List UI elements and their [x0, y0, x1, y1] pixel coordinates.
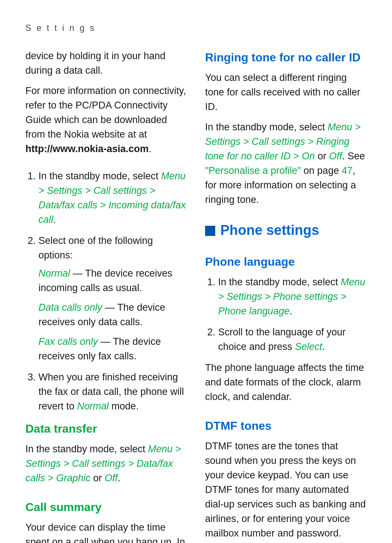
phone-lang-item-1: In the standby mode, select Menu > Setti… — [218, 275, 367, 319]
ringing-tone-off: Off — [329, 151, 342, 162]
phone-language-list: In the standby mode, select Menu > Setti… — [218, 275, 367, 354]
menu-path-1: Menu > Settings > Call settings > Data/f… — [38, 171, 186, 225]
data-transfer-section: Data transfer In the standby mode, selec… — [25, 420, 187, 486]
call-summary-title: Call summary — [25, 499, 187, 515]
phone-language-title: Phone language — [205, 253, 367, 270]
sub-item-data-calls: Data calls only — The device receives on… — [38, 301, 187, 330]
left-column: device by holding it in your hand during… — [25, 49, 187, 543]
intro-section: device by holding it in your hand during… — [25, 49, 187, 156]
call-summary-text: Your device can display the time spent o… — [25, 520, 187, 543]
phone-lang-item-2: Scroll to the language of your choice an… — [218, 325, 367, 354]
ringing-tone-section: Ringing tone for no caller ID You can se… — [205, 49, 367, 207]
ringing-tone-para1: You can select a different ringing tone … — [205, 71, 367, 114]
list-item-1: In the standby mode, select Menu > Setti… — [38, 169, 187, 227]
data-transfer-text: In the standby mode, select Menu > Setti… — [25, 442, 187, 486]
option-fax-calls: Fax calls only — [38, 336, 98, 347]
data-transfer-off: Off — [105, 473, 118, 483]
right-column: Ringing tone for no caller ID You can se… — [205, 49, 367, 543]
dtmf-title: DTMF tones — [205, 417, 367, 434]
call-summary-section: Call summary Your device can display the… — [25, 499, 187, 543]
normal-mode: Normal — [77, 401, 109, 412]
page-header: S e t t i n g s — [25, 22, 367, 34]
phone-language-section: Phone language In the standby mode, sele… — [205, 253, 367, 404]
dtmf-section: DTMF tones DTMF tones are the tones that… — [205, 417, 367, 543]
website-link: http://www.nokia-asia.com — [25, 143, 149, 154]
option-data-calls: Data calls only — [38, 302, 102, 313]
data-transfer-title: Data transfer — [25, 420, 187, 437]
sub-options-list: Normal — The device receives incoming ca… — [38, 266, 187, 364]
sub-item-normal: Normal — The device receives incoming ca… — [38, 266, 187, 295]
phone-settings-title: Phone settings — [205, 220, 367, 240]
intro-text: device by holding it in your hand during… — [25, 49, 187, 78]
page-ref: 47 — [342, 165, 352, 176]
list-item-2: Select one of the following options: Nor… — [38, 234, 187, 364]
phone-settings-section: Phone settings — [205, 220, 367, 240]
data-transfer-path: Menu > Settings > Call settings > Data/f… — [25, 444, 181, 483]
dtmf-para1: DTMF tones are the tones that sound when… — [205, 439, 367, 541]
select-option: Select — [295, 341, 322, 352]
blue-square-icon — [205, 226, 215, 236]
numbered-list: In the standby mode, select Menu > Setti… — [38, 169, 187, 413]
ringing-tone-para2: In the standby mode, select Menu > Setti… — [205, 120, 367, 207]
phone-lang-path: Menu > Settings > Phone settings > Phone… — [218, 277, 365, 317]
personalise-link: "Personalise a profile" — [205, 165, 301, 176]
ringing-tone-title: Ringing tone for no caller ID — [205, 49, 367, 66]
option-normal: Normal — [38, 268, 70, 279]
phone-lang-footer: The phone language affects the time and … — [205, 361, 367, 404]
sub-item-fax-calls: Fax calls only — The device receives onl… — [38, 335, 187, 364]
connectivity-text: For more information on connectivity, re… — [25, 84, 187, 156]
list-item-3: When you are finished receiving the fax … — [38, 370, 187, 414]
